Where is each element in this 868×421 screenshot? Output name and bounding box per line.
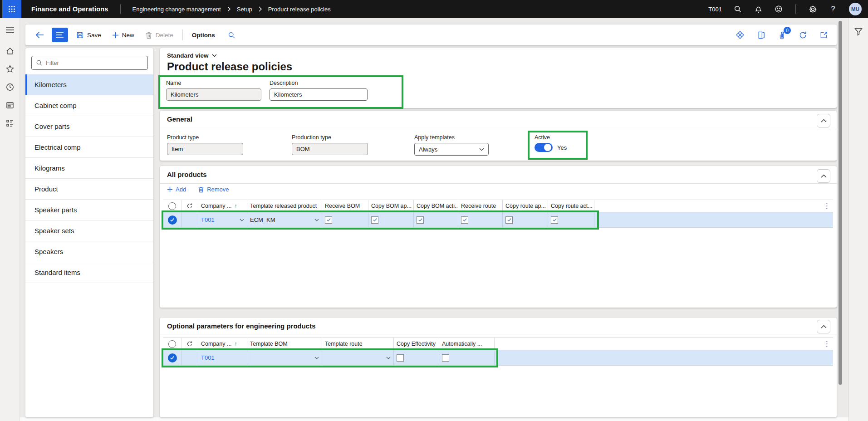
row-select-circle[interactable] bbox=[163, 212, 181, 227]
column-header-copy-route-ap[interactable]: Copy route ap... bbox=[503, 200, 548, 212]
checkbox[interactable] bbox=[371, 216, 378, 224]
name-field[interactable]: Kilometers bbox=[166, 88, 261, 101]
select-all-circle[interactable] bbox=[163, 200, 181, 212]
nav-recent-button[interactable] bbox=[0, 78, 20, 96]
column-header-receive-route[interactable]: Receive route bbox=[458, 200, 503, 212]
refresh-icon[interactable] bbox=[186, 203, 193, 209]
template-route-cell[interactable] bbox=[322, 350, 394, 365]
new-button[interactable]: New bbox=[112, 32, 134, 39]
grid-more-options-icon[interactable]: ⋮ bbox=[824, 202, 830, 210]
refresh-column[interactable] bbox=[181, 200, 198, 212]
delete-button[interactable]: Delete bbox=[145, 31, 173, 39]
checkbox[interactable] bbox=[551, 216, 558, 224]
list-item[interactable]: Standard items bbox=[25, 262, 153, 283]
open-in-office-icon[interactable] bbox=[756, 30, 766, 40]
apply-templates-select[interactable]: Always bbox=[414, 143, 489, 156]
table-row[interactable]: T001 bbox=[163, 350, 833, 366]
scrollbar-thumb[interactable] bbox=[839, 21, 842, 385]
collapse-all-products-button[interactable] bbox=[817, 169, 830, 183]
filter-input[interactable]: Filter bbox=[31, 56, 148, 70]
remove-button[interactable]: Remove bbox=[198, 186, 229, 193]
checkbox[interactable] bbox=[505, 216, 513, 224]
column-header-copy-bom-ap[interactable]: Copy BOM ap... bbox=[368, 200, 414, 212]
receive-route-cell[interactable] bbox=[458, 212, 503, 227]
column-header-company[interactable]: Company ...↑ bbox=[198, 200, 247, 212]
column-header-copy-effectivity[interactable]: Copy Effectivity bbox=[394, 338, 439, 350]
copy-bom-acti-cell[interactable] bbox=[414, 212, 458, 227]
automatically-cell[interactable] bbox=[439, 350, 495, 365]
nav-home-button[interactable] bbox=[0, 42, 20, 60]
save-button[interactable]: Save bbox=[76, 31, 101, 39]
company-cell[interactable]: T001 bbox=[198, 212, 247, 227]
company-cell[interactable]: T001 bbox=[198, 350, 247, 365]
options-menu[interactable]: Options bbox=[192, 32, 215, 39]
help-icon[interactable]: ? bbox=[829, 5, 838, 14]
breadcrumb-area[interactable]: Setup bbox=[237, 6, 252, 13]
active-toggle[interactable] bbox=[535, 143, 553, 152]
copy-route-ap-cell[interactable] bbox=[503, 212, 548, 227]
checkbox[interactable] bbox=[442, 354, 449, 362]
add-button[interactable]: Add bbox=[167, 186, 186, 193]
list-item[interactable]: Kilograms bbox=[25, 158, 153, 179]
user-avatar[interactable]: MU bbox=[849, 3, 862, 15]
list-item[interactable]: Speaker sets bbox=[25, 220, 153, 241]
feedback-smiley-icon[interactable] bbox=[774, 5, 783, 14]
list-item[interactable]: Cabinet comp bbox=[25, 95, 153, 116]
column-header-receive-bom[interactable]: Receive BOM bbox=[322, 200, 368, 212]
list-item[interactable]: Cover parts bbox=[25, 116, 153, 137]
grid-more-options-icon[interactable]: ⋮ bbox=[824, 340, 830, 348]
copy-route-act-cell[interactable] bbox=[548, 212, 594, 227]
list-item[interactable]: Kilometers bbox=[25, 74, 153, 95]
filter-funnel-icon[interactable] bbox=[853, 26, 864, 37]
template-bom-cell[interactable] bbox=[247, 350, 322, 365]
list-item[interactable]: Speaker parts bbox=[25, 200, 153, 220]
list-item[interactable]: Speakers bbox=[25, 241, 153, 262]
receive-bom-cell[interactable] bbox=[322, 212, 368, 227]
column-header-template-bom[interactable]: Template BOM bbox=[247, 338, 322, 350]
nav-favorites-button[interactable] bbox=[0, 60, 20, 78]
column-header-automatically[interactable]: Automatically ... bbox=[439, 338, 495, 350]
view-selector[interactable]: Standard view bbox=[167, 52, 217, 59]
row-select-circle[interactable] bbox=[163, 350, 181, 365]
search-icon[interactable] bbox=[733, 5, 742, 14]
show-list-button[interactable] bbox=[52, 28, 68, 42]
collapse-general-button[interactable] bbox=[817, 114, 830, 127]
checkbox[interactable] bbox=[325, 216, 332, 224]
column-header-company[interactable]: Company ...↑ bbox=[198, 338, 247, 350]
open-in-new-window-icon[interactable] bbox=[819, 30, 829, 40]
product-type-field[interactable]: Item bbox=[167, 143, 243, 155]
copy-effectivity-cell[interactable] bbox=[394, 350, 439, 365]
breadcrumb-module[interactable]: Engineering change management bbox=[132, 6, 221, 13]
checkbox[interactable] bbox=[417, 216, 424, 224]
column-header-copy-bom-acti[interactable]: Copy BOM acti... bbox=[414, 200, 458, 212]
table-row[interactable]: T001ECM_KM bbox=[163, 212, 833, 228]
list-item[interactable]: Electrical comp bbox=[25, 137, 153, 158]
column-header-template-released-product[interactable]: Template released product bbox=[247, 200, 322, 212]
command-search-icon[interactable] bbox=[228, 31, 235, 39]
production-type-field[interactable]: BOM bbox=[292, 143, 368, 155]
personalize-icon[interactable] bbox=[735, 30, 745, 40]
list-item[interactable]: Product bbox=[25, 179, 153, 200]
nav-menu-button[interactable] bbox=[0, 21, 20, 39]
column-header-copy-route-act[interactable]: Copy route act... bbox=[548, 200, 594, 212]
refresh-icon[interactable] bbox=[186, 341, 193, 347]
select-all-circle[interactable] bbox=[163, 338, 181, 350]
copy-bom-ap-cell[interactable] bbox=[368, 212, 414, 227]
settings-gear-icon[interactable] bbox=[808, 5, 817, 14]
column-header-template-route[interactable]: Template route bbox=[322, 338, 394, 350]
collapse-optional-parameters-button[interactable] bbox=[817, 320, 830, 333]
refresh-icon[interactable] bbox=[798, 30, 808, 40]
template-released-product-cell[interactable]: ECM_KM bbox=[247, 212, 322, 227]
back-button[interactable] bbox=[35, 31, 44, 39]
checkbox[interactable] bbox=[461, 216, 468, 224]
attachments-icon[interactable]: 0 bbox=[777, 30, 787, 40]
vertical-scrollbar[interactable] bbox=[839, 21, 842, 415]
notifications-bell-icon[interactable] bbox=[754, 5, 763, 14]
app-launcher-waffle-icon[interactable] bbox=[2, 0, 21, 18]
refresh-column[interactable] bbox=[181, 338, 198, 350]
app-title[interactable]: Finance and Operations bbox=[31, 5, 108, 13]
description-field[interactable]: Kilometers bbox=[270, 88, 368, 101]
nav-workspaces-button[interactable] bbox=[0, 96, 20, 114]
nav-modules-button[interactable] bbox=[0, 114, 20, 132]
breadcrumb-page[interactable]: Product release policies bbox=[268, 6, 331, 13]
